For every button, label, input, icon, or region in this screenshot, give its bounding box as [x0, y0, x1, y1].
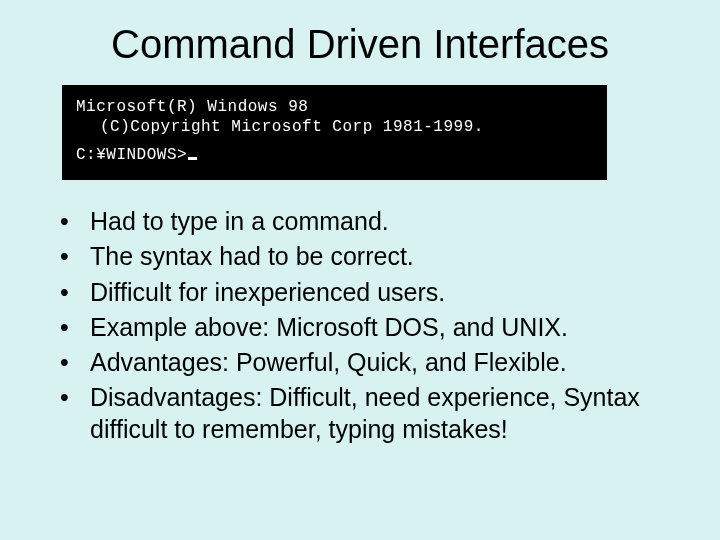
bullet-text: Disadvantages: Difficult, need experienc…: [90, 383, 640, 442]
list-item: Example above: Microsoft DOS, and UNIX.: [56, 312, 670, 343]
terminal-prompt: C:¥WINDOWS>: [76, 146, 187, 164]
slide-title: Command Driven Interfaces: [50, 22, 670, 67]
terminal-line-2: (C)Copyright Microsoft Corp 1981-1999.: [76, 117, 593, 137]
terminal-line-1: Microsoft(R) Windows 98: [76, 98, 308, 116]
list-item: Advantages: Powerful, Quick, and Flexibl…: [56, 347, 670, 378]
bullet-text: Difficult for inexperienced users.: [90, 278, 445, 306]
slide: Command Driven Interfaces Microsoft(R) W…: [0, 0, 720, 540]
bullet-text: Advantages: Powerful, Quick, and Flexibl…: [90, 348, 567, 376]
list-item: Difficult for inexperienced users.: [56, 277, 670, 308]
bullet-list: Had to type in a command. The syntax had…: [50, 206, 670, 445]
bullet-text: Had to type in a command.: [90, 207, 389, 235]
bullet-text: The syntax had to be correct.: [90, 242, 414, 270]
list-item: Had to type in a command.: [56, 206, 670, 237]
list-item: Disadvantages: Difficult, need experienc…: [56, 382, 670, 445]
list-item: The syntax had to be correct.: [56, 241, 670, 272]
cursor-icon: [188, 157, 197, 160]
bullet-text: Example above: Microsoft DOS, and UNIX.: [90, 313, 568, 341]
terminal-screenshot: Microsoft(R) Windows 98 (C)Copyright Mic…: [62, 85, 607, 180]
